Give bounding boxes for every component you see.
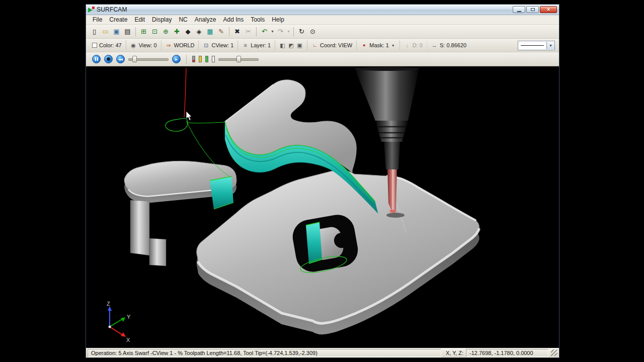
construction-view-field[interactable]: ⇒ WORLD (162, 40, 199, 50)
depth-field[interactable]: ↓ D: 0 (400, 40, 427, 50)
view-mode-group: ◧ ◩ ▣ (275, 40, 307, 50)
new-file-icon[interactable]: ▯ (89, 26, 100, 37)
pan-icon[interactable]: ✚ (172, 26, 182, 37)
menu-file[interactable]: File (89, 16, 106, 24)
world-arrow-icon: ⇒ (166, 42, 172, 49)
mask-label: Mask: 1 (369, 42, 389, 48)
layer-field[interactable]: ≡ Layer: 1 (238, 40, 275, 50)
simulate-icon[interactable]: ◈ (194, 26, 204, 37)
toolbar-separator (256, 27, 257, 36)
title-bar[interactable]: SURFCAM ✕ (86, 5, 559, 15)
swarf-wall-left (210, 176, 233, 209)
speed-slider[interactable] (218, 55, 259, 63)
menu-display[interactable]: Display (148, 16, 175, 24)
minimize-button[interactable] (513, 6, 525, 13)
eye-icon: ◉ (130, 42, 137, 49)
menu-addins[interactable]: Add Ins (219, 16, 247, 24)
stop-button[interactable] (104, 55, 113, 63)
show-tool-toggle[interactable] (192, 56, 195, 62)
shade-mode-icon[interactable]: ◩ (288, 42, 294, 49)
line-style-caret-icon[interactable]: ▾ (546, 42, 554, 49)
progress-slider-thumb[interactable] (132, 56, 137, 62)
collet-nut (375, 121, 408, 142)
simulation-toolbar: ◀◀ ▶ (86, 52, 559, 66)
print-icon[interactable]: ▤ (122, 26, 133, 37)
view-cube-icon[interactable]: ◧ (279, 42, 286, 49)
resize-grip[interactable] (551, 349, 557, 356)
trim-icon[interactable]: ✂ (243, 26, 254, 37)
show-wireframe-toggle[interactable] (212, 56, 215, 62)
app-logo-icon (88, 7, 95, 13)
maximize-icon (531, 8, 535, 11)
part-leg (149, 238, 166, 266)
viewport[interactable]: Z Y X (86, 66, 559, 348)
menu-analyze[interactable]: Analyze (191, 16, 220, 24)
menu-bar: File Create Edit Display NC Analyze Add … (86, 15, 559, 25)
show-holder-toggle[interactable] (199, 56, 202, 62)
menu-edit[interactable]: Edit (131, 16, 148, 24)
color-checkbox[interactable] (92, 43, 97, 48)
plunge-line (184, 68, 186, 117)
zoom-window-icon[interactable]: ⊡ (149, 26, 160, 37)
progress-slider[interactable] (128, 55, 169, 63)
zoom-in-icon[interactable]: ⊕ (160, 26, 171, 37)
coord-field[interactable]: ∟ Coord: VIEW (307, 40, 357, 50)
speed-slider-thumb[interactable] (236, 56, 241, 62)
maximize-button[interactable] (526, 6, 539, 13)
stop-icon (107, 57, 110, 61)
cview-field[interactable]: ⊡ CView: 1 (199, 40, 238, 50)
axis-triad: Z Y X (107, 301, 131, 343)
axis-z-label: Z (107, 301, 110, 307)
open-folder-icon[interactable]: ▭ (100, 26, 111, 37)
redo-icon[interactable]: ↷ (275, 26, 286, 37)
status-toolbar: Color: 47 ◉ View: 0 ⇒ WORLD ⊡ CView: 1 ≡… (86, 39, 559, 52)
machined-part (124, 80, 479, 334)
cview-label: CView: 1 (211, 42, 233, 48)
verify-icon[interactable]: ◆ (183, 26, 193, 37)
status-bar: Operation: 5 Axis Swarf -CView 1 - % Too… (86, 348, 559, 357)
mask-caret-icon[interactable]: ▾ (391, 43, 395, 48)
cut-contact (389, 210, 396, 213)
close-button[interactable]: ✕ (540, 6, 557, 13)
xyz-label: X, Y, Z: (444, 350, 463, 356)
main-toolbar: ▯ ▭ ▣ ▤ ⊞ ⊡ ⊕ ✚ ◆ ◈ ▦ ✎ ✖ ✂ ↶ ▾ ↷ ▾ ↻ ⊙ (86, 25, 559, 39)
mask-field[interactable]: ● Mask: 1 ▾ (357, 40, 400, 50)
sketch-icon[interactable]: ✎ (216, 26, 226, 37)
undo-icon[interactable]: ↶ (259, 26, 270, 37)
undo-caret-icon[interactable]: ▾ (270, 29, 275, 34)
menu-help[interactable]: Help (268, 16, 288, 24)
zoom-all-icon[interactable]: ⊞ (138, 26, 149, 37)
wireframe-mode-icon[interactable]: ▣ (296, 42, 303, 49)
layers-icon: ≡ (242, 42, 249, 48)
pause-button[interactable] (92, 55, 101, 63)
line-style-preview (521, 45, 544, 46)
view-field[interactable]: ◉ View: 0 (126, 40, 162, 50)
depth-label: D: 0 (413, 42, 423, 48)
axis-x-label: X (126, 337, 130, 343)
axis-y-label: Y (127, 314, 131, 320)
menu-tools[interactable]: Tools (247, 16, 268, 24)
line-style-combobox[interactable]: ▾ (518, 41, 555, 50)
redo-caret-icon[interactable]: ▾ (286, 29, 291, 34)
color-field[interactable]: Color: 47 (88, 40, 126, 50)
rewind-button[interactable]: ◀◀ (116, 55, 125, 63)
select-icon[interactable]: ⊙ (307, 26, 318, 37)
part-leg (130, 200, 149, 255)
depth-icon: ↓ (404, 42, 411, 48)
view-label: View: 0 (139, 42, 157, 48)
save-icon[interactable]: ▣ (111, 26, 122, 37)
tool-shank (384, 142, 400, 169)
material-icon[interactable]: ▦ (205, 26, 215, 37)
show-stock-toggle[interactable] (205, 56, 208, 62)
tool-holder (355, 68, 419, 121)
toolbar-separator (186, 55, 187, 64)
menu-create[interactable]: Create (106, 16, 131, 24)
window-title: SURFCAM (97, 6, 127, 13)
world-label: WORLD (174, 42, 195, 48)
refresh-icon[interactable]: ↻ (296, 26, 307, 37)
menu-nc[interactable]: NC (175, 16, 191, 24)
play-button[interactable]: ▶ (172, 55, 181, 63)
delete-icon[interactable]: ✖ (232, 26, 243, 37)
scale-field[interactable]: ↔ S: 0.86620 (427, 40, 470, 50)
monitor-icon: ⊡ (203, 42, 209, 49)
